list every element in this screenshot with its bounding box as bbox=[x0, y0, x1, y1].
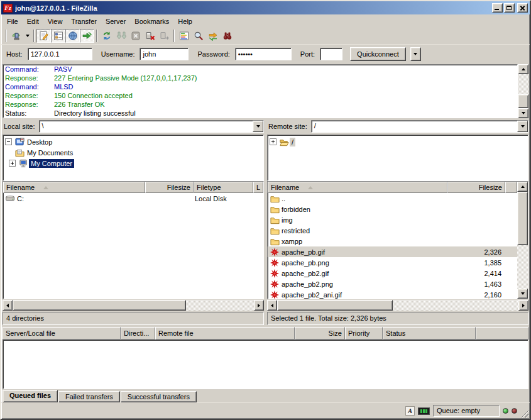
column-header-last-modified[interactable]: L bbox=[253, 182, 263, 193]
toggle-local-tree-button[interactable] bbox=[51, 29, 65, 43]
column-header-server-local-file[interactable]: Server/Local file bbox=[3, 327, 121, 340]
remote-tree-icon bbox=[68, 31, 78, 41]
speed-limit-icon[interactable] bbox=[418, 407, 430, 415]
maximize-button[interactable] bbox=[504, 3, 515, 13]
column-header-filesize[interactable]: Filesize bbox=[145, 182, 194, 193]
scroll-up-button[interactable] bbox=[517, 182, 528, 192]
column-header-filename[interactable]: Filename bbox=[3, 182, 145, 193]
password-input[interactable] bbox=[235, 48, 292, 60]
column-header-priority[interactable]: Priority bbox=[345, 327, 383, 340]
tab-failed-transfers[interactable]: Failed transfers bbox=[58, 391, 120, 402]
arrow-left-icon bbox=[6, 304, 9, 307]
disconnect-button[interactable] bbox=[143, 29, 157, 43]
file-row[interactable]: .. bbox=[268, 193, 517, 204]
image-file-icon bbox=[269, 280, 280, 289]
file-row[interactable]: forbidden bbox=[268, 204, 517, 214]
scroll-left-button[interactable] bbox=[267, 300, 277, 311]
log-scrollbar[interactable] bbox=[518, 64, 528, 118]
scroll-left-button[interactable] bbox=[3, 300, 13, 311]
collapse-icon[interactable] bbox=[5, 138, 12, 145]
close-button[interactable] bbox=[517, 3, 528, 13]
local-site-combo[interactable]: \ bbox=[39, 120, 264, 133]
port-input[interactable] bbox=[320, 48, 342, 60]
queue-body[interactable] bbox=[3, 340, 528, 389]
column-header-filetype[interactable]: Filetype bbox=[194, 182, 253, 193]
reconnect-button[interactable] bbox=[157, 29, 172, 43]
quickconnect-button[interactable]: Quickconnect bbox=[350, 47, 406, 61]
menu-item-view[interactable]: View bbox=[43, 16, 67, 26]
toolbar bbox=[1, 28, 530, 45]
remote-site-combo[interactable]: / bbox=[311, 120, 528, 133]
column-header-filesize[interactable]: Filesize bbox=[447, 182, 505, 193]
site-manager-button[interactable] bbox=[9, 29, 23, 43]
file-row[interactable]: apache_pb2.png 1,463 bbox=[268, 279, 517, 289]
minimize-button[interactable] bbox=[492, 3, 503, 13]
username-input[interactable] bbox=[140, 48, 189, 60]
directory-listing-filters-button[interactable] bbox=[177, 29, 191, 43]
file-row[interactable]: img bbox=[268, 214, 517, 225]
scrollbar-thumb[interactable] bbox=[277, 300, 393, 311]
expand-icon[interactable] bbox=[9, 160, 16, 167]
local-list-hscrollbar[interactable] bbox=[3, 300, 264, 311]
toggle-message-log-button[interactable] bbox=[36, 29, 51, 43]
quickconnect-dropdown-button[interactable] bbox=[410, 47, 421, 61]
column-header-direction[interactable]: Directi... bbox=[121, 327, 155, 340]
column-header-remote-file[interactable]: Remote file bbox=[155, 327, 295, 340]
toggle-remote-tree-button[interactable] bbox=[65, 29, 80, 43]
scrollbar-track[interactable] bbox=[277, 300, 518, 311]
toggle-transfer-queue-button[interactable] bbox=[80, 29, 94, 43]
menu-item-file[interactable]: File bbox=[3, 16, 23, 26]
scrollbar-thumb[interactable] bbox=[518, 94, 528, 108]
tab-queued-files[interactable]: Queued files bbox=[3, 390, 58, 402]
column-header-status[interactable]: Status bbox=[383, 327, 476, 340]
directory-comparison-button[interactable] bbox=[191, 29, 205, 43]
scrollbar-track[interactable] bbox=[13, 300, 254, 311]
menu-item-transfer[interactable]: Transfer bbox=[67, 16, 101, 26]
message-log-body[interactable]: Command:PASV Response:227 Entering Passi… bbox=[3, 64, 518, 118]
host-input[interactable] bbox=[28, 48, 92, 60]
scroll-right-button[interactable] bbox=[254, 300, 264, 311]
menu-item-edit[interactable]: Edit bbox=[23, 16, 43, 26]
file-row[interactable]: apache_pb2_ani.gif 2,160 bbox=[268, 289, 517, 299]
tab-successful-transfers[interactable]: Successful transfers bbox=[121, 391, 197, 402]
scroll-down-button[interactable] bbox=[517, 289, 528, 299]
tree-item-my-computer[interactable]: My Computer bbox=[4, 158, 263, 169]
scrollbar-track[interactable] bbox=[518, 74, 528, 108]
toolbar-separator bbox=[33, 30, 35, 42]
title-bar[interactable]: Fz john@127.0.0.1 - FileZilla bbox=[1, 1, 530, 14]
file-row-c-drive[interactable]: C: Local Disk bbox=[3, 193, 263, 204]
transfer-type-indicator-icon[interactable]: A bbox=[405, 406, 415, 416]
cancel-operation-button[interactable] bbox=[128, 29, 143, 43]
find-files-button[interactable] bbox=[220, 29, 234, 43]
local-site-dropdown-button[interactable] bbox=[253, 121, 263, 132]
menu-item-help[interactable]: Help bbox=[173, 16, 197, 26]
file-row[interactable]: xampp bbox=[268, 236, 517, 246]
file-row[interactable]: apache_pb2.gif 2,414 bbox=[268, 268, 517, 279]
tree-item-desktop[interactable]: Desktop bbox=[4, 136, 263, 147]
menu-item-bookmarks[interactable]: Bookmarks bbox=[130, 16, 173, 26]
expand-icon[interactable] bbox=[270, 138, 276, 145]
file-row[interactable]: restricted bbox=[268, 225, 517, 236]
scroll-down-button[interactable] bbox=[518, 108, 528, 118]
file-row-selected[interactable]: apache_pb.gif 2,326 bbox=[268, 246, 517, 257]
column-header-filename[interactable]: Filename bbox=[268, 182, 447, 193]
menu-item-server[interactable]: Server bbox=[101, 16, 130, 26]
column-label: Filesize bbox=[479, 184, 502, 191]
scrollbar-thumb[interactable] bbox=[13, 300, 186, 311]
remote-list-scrollbar[interactable] bbox=[517, 182, 528, 299]
scrollbar-thumb[interactable] bbox=[517, 192, 528, 245]
tree-item-root[interactable]: / bbox=[268, 136, 527, 147]
refresh-button[interactable] bbox=[99, 29, 114, 43]
resize-grip[interactable] bbox=[520, 409, 528, 417]
scroll-right-button[interactable] bbox=[518, 300, 528, 311]
scrollbar-track[interactable] bbox=[517, 192, 528, 289]
scroll-up-button[interactable] bbox=[518, 64, 528, 74]
tree-item-my-documents[interactable]: My Documents bbox=[4, 147, 263, 158]
site-manager-dropdown-button[interactable] bbox=[23, 29, 31, 43]
remote-list-hscrollbar[interactable] bbox=[267, 300, 528, 311]
column-header-size[interactable]: Size bbox=[295, 327, 345, 340]
synchronized-browsing-button[interactable] bbox=[205, 29, 220, 43]
file-row[interactable]: apache_pb.png 1,385 bbox=[268, 257, 517, 268]
process-queue-button[interactable] bbox=[114, 29, 128, 43]
remote-site-dropdown-button[interactable] bbox=[517, 121, 528, 132]
